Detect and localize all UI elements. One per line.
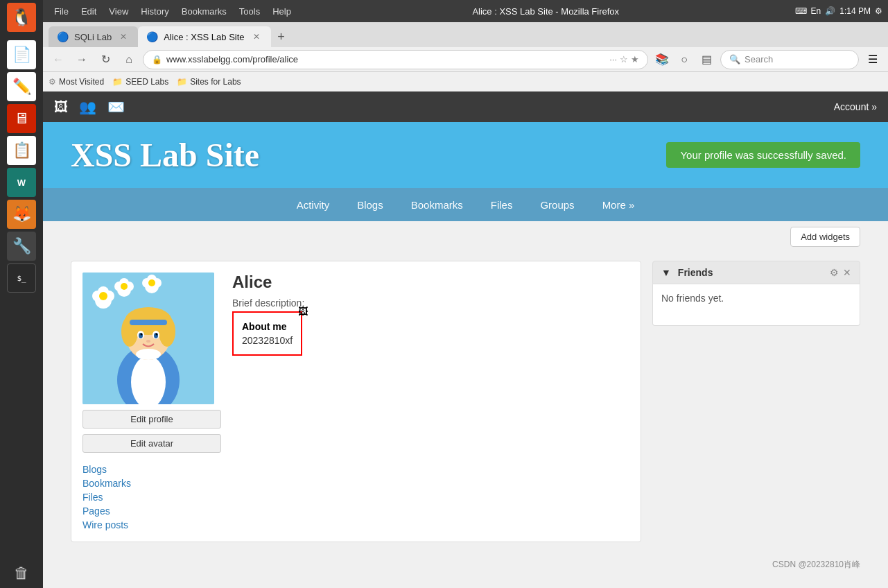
bookmark-solid-icon[interactable]: ★ [631, 54, 639, 64]
title-menu: File Edit View History Bookmarks Tools H… [49, 5, 297, 18]
trash-icon[interactable]: 🗑 [7, 559, 36, 588]
profile-link-pages[interactable]: Pages [82, 505, 221, 517]
new-tab-button[interactable]: + [271, 26, 292, 47]
most-visited-label: Most Visited [59, 77, 104, 87]
main-content: File Edit View History Bookmarks Tools H… [43, 0, 888, 588]
tab-sqli-label: SQLi Lab [74, 32, 112, 42]
edit-icon[interactable]: ✏️ [7, 72, 36, 101]
profile-link-bookmarks[interactable]: Bookmarks [82, 478, 221, 489]
menu-edit[interactable]: Edit [76, 5, 102, 18]
firefox-icon[interactable]: 🦊 [7, 200, 36, 229]
menu-tools[interactable]: Tools [234, 5, 265, 18]
settings-icon[interactable]: 🔧 [7, 232, 36, 261]
most-visited-icon: ⚙ [49, 77, 56, 87]
site-nav: Activity Blogs Bookmarks Files Groups Mo… [43, 188, 888, 221]
nav-files[interactable]: Files [491, 191, 513, 219]
bookmark-most-visited[interactable]: ⚙ Most Visited [49, 77, 104, 87]
lang-indicator: En [811, 6, 821, 16]
svg-point-28 [141, 334, 143, 336]
library-icon[interactable]: 📚 [652, 50, 672, 69]
site-users-icon[interactable]: 👥 [79, 98, 96, 115]
power-icon: ⚙ [875, 6, 882, 16]
friends-body: No friends yet. [652, 284, 860, 326]
files-icon[interactable]: 📄 [7, 40, 36, 69]
friends-close-icon[interactable]: ✕ [843, 267, 851, 278]
nav-more[interactable]: More » [602, 191, 635, 219]
docs-icon[interactable]: 📋 [7, 136, 36, 165]
seed-labs-label: SEED Labs [125, 77, 168, 87]
profile-link-blogs[interactable]: Blogs [82, 464, 221, 475]
friends-header: ▼ Friends ⚙ ✕ [652, 261, 860, 284]
tab-xss[interactable]: 🔵 Alice : XSS Lab Site ✕ [138, 26, 270, 47]
edit-profile-button[interactable]: Edit profile [82, 410, 221, 429]
lock-icon: 🔒 [152, 55, 162, 64]
site-header-icons: 🖼 👥 ✉️ [54, 98, 125, 115]
refresh-button[interactable]: ↻ [96, 50, 115, 69]
bookmarks-bar: ⚙ Most Visited 📁 SEED Labs 📁 Sites for L… [43, 72, 888, 92]
site-footer: CSDN @20232810肖峰 [43, 553, 888, 576]
home-button[interactable]: ⌂ [119, 50, 139, 69]
account-circle-icon[interactable]: ○ [674, 50, 694, 69]
sidebar: 🐧 📄 ✏️ 🖥 📋 W 🦊 🔧 $_ 🗑 [0, 0, 43, 588]
site-mail-icon[interactable]: ✉️ [107, 98, 125, 115]
tab-sqli-favicon: 🔵 [57, 31, 69, 42]
site-body: Edit profile Edit avatar Blogs Bookmarks… [43, 250, 888, 553]
website: 🖼 👥 ✉️ Account » XSS Lab Site Your profi… [43, 92, 888, 588]
profile-links: Blogs Bookmarks Files Pages Wire posts [82, 464, 221, 530]
sidebar-toggle-icon[interactable]: ▤ [697, 50, 716, 69]
menu-bookmarks[interactable]: Bookmarks [176, 5, 232, 18]
menu-history[interactable]: History [135, 5, 174, 18]
nav-activity[interactable]: Activity [297, 191, 330, 219]
site-home-icon[interactable]: 🖼 [54, 99, 68, 115]
tab-xss-close[interactable]: ✕ [250, 31, 263, 43]
menu-file[interactable]: File [49, 5, 74, 18]
profile-link-wireposts[interactable]: Wire posts [82, 519, 221, 530]
volume-icon: 🔊 [825, 6, 835, 16]
menu-view[interactable]: View [103, 5, 134, 18]
browser-toolbar-icons: 📚 ○ ▤ [652, 50, 716, 69]
terminal-icon[interactable]: $_ [7, 263, 36, 293]
friends-collapse-icon[interactable]: ▼ [661, 267, 671, 278]
search-bar[interactable]: 🔍 Search [720, 50, 859, 69]
title-bar: File Edit View History Bookmarks Tools H… [43, 0, 888, 22]
bookmark-star-icon[interactable]: ☆ [620, 54, 628, 64]
menu-help[interactable]: Help [267, 5, 297, 18]
back-button[interactable]: ← [49, 50, 68, 69]
hamburger-menu[interactable]: ☰ [863, 50, 882, 69]
browser-chrome: 🔵 SQLi Lab ✕ 🔵 Alice : XSS Lab Site ✕ + … [43, 22, 888, 92]
site-header-bar: 🖼 👥 ✉️ Account » [43, 92, 888, 122]
friends-actions: ⚙ ✕ [830, 267, 851, 278]
profile-link-files[interactable]: Files [82, 492, 221, 503]
bookmark-sites-for-labs[interactable]: 📁 Sites for Labs [177, 77, 241, 87]
tab-sqli[interactable]: 🔵 SQLi Lab ✕ [49, 26, 138, 47]
kbd-icon: ⌨ [795, 6, 807, 16]
svg-point-29 [156, 334, 158, 336]
site-title: XSS Lab Site [71, 136, 259, 174]
add-widgets-button[interactable]: Add widgets [790, 227, 860, 247]
friends-gear-icon[interactable]: ⚙ [830, 267, 839, 278]
tab-sqli-close[interactable]: ✕ [117, 31, 130, 43]
tab-xss-label: Alice : XSS Lab Site [164, 32, 244, 42]
about-label: About me [242, 321, 293, 332]
clock: 1:14 PM [839, 6, 871, 16]
app-icon[interactable]: 🖥 [7, 104, 36, 133]
sites-for-labs-label: Sites for Labs [190, 77, 241, 87]
url-bar[interactable]: 🔒 www.xsslabelgg.com/profile/alice ··· ☆… [143, 50, 648, 69]
wireshark-icon[interactable]: W [7, 168, 36, 197]
nav-groups[interactable]: Groups [540, 191, 574, 219]
account-link[interactable]: Account » [834, 101, 877, 112]
search-placeholder: Search [745, 54, 773, 64]
bookmark-seed-labs[interactable]: 📁 SEED Labs [112, 77, 168, 87]
svg-point-30 [146, 340, 150, 343]
url-icons: ··· ☆ ★ [609, 54, 639, 64]
nav-bookmarks[interactable]: Bookmarks [411, 191, 463, 219]
nav-blogs[interactable]: Blogs [357, 191, 383, 219]
ubuntu-icon[interactable]: 🐧 [7, 3, 36, 32]
tab-bar: 🔵 SQLi Lab ✕ 🔵 Alice : XSS Lab Site ✕ + [43, 22, 888, 47]
friends-title-label: Friends [678, 267, 713, 278]
url-text: www.xsslabelgg.com/profile/alice [166, 54, 605, 64]
forward-button[interactable]: → [72, 50, 92, 69]
profile-card: Edit profile Edit avatar Blogs Bookmarks… [71, 261, 641, 542]
search-icon: 🔍 [729, 54, 740, 64]
edit-avatar-button[interactable]: Edit avatar [82, 434, 221, 453]
